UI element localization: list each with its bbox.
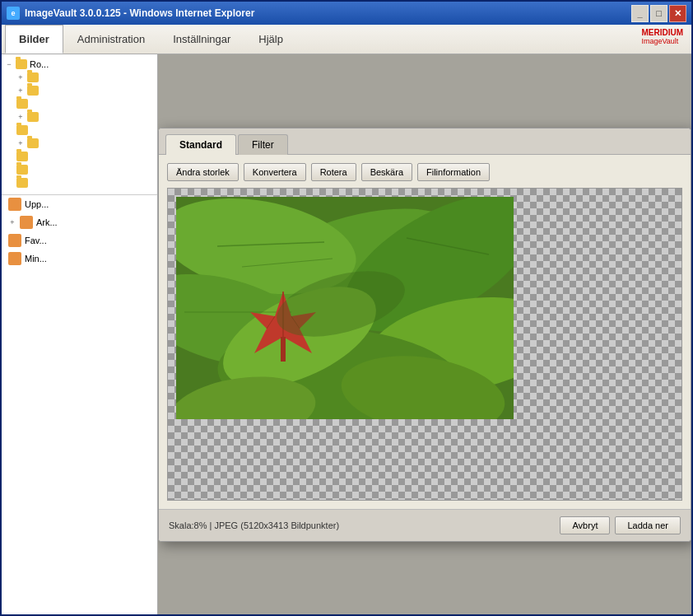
root-label: Ro... xyxy=(30,59,49,69)
list-item[interactable]: + xyxy=(2,137,157,150)
browser-window: e ImageVault 3.0.0.125 - Windows Interne… xyxy=(0,0,693,616)
collapse-arrow: − xyxy=(5,60,13,68)
tab-administration[interactable]: Administration xyxy=(63,25,159,54)
browser-icon: e xyxy=(7,7,20,20)
minimize-button[interactable]: _ xyxy=(631,5,649,22)
image-viewport xyxy=(167,188,682,501)
list-item[interactable]: + xyxy=(2,110,157,124)
image-info: Skala:8% | JPEG (5120x3413 Bildpunkter) xyxy=(169,520,339,530)
expand-arrow: + xyxy=(16,73,25,82)
folder-icon xyxy=(16,152,28,161)
list-item[interactable] xyxy=(2,124,157,137)
filinformation-button[interactable]: Filinformation xyxy=(417,163,490,181)
logo-name: MERIDIUM xyxy=(641,28,683,37)
folder-icon xyxy=(16,125,28,135)
dialog-tab-standard[interactable]: Standard xyxy=(165,134,236,155)
sidebar-item-arkiv[interactable]: + Ark... xyxy=(2,213,157,231)
dialog-footer: Skala:8% | JPEG (5120x3413 Bildpunkter) … xyxy=(159,509,691,541)
list-item[interactable]: + xyxy=(2,84,157,97)
special-icon xyxy=(8,198,21,211)
list-item[interactable]: + xyxy=(2,71,157,84)
dialog-tab-bar: Standard Filter xyxy=(159,128,691,155)
leaf-image xyxy=(176,197,514,419)
andra-storlek-button[interactable]: Ändra storlek xyxy=(167,163,239,181)
special-label: Min... xyxy=(25,254,47,264)
expand-arrow: + xyxy=(16,113,25,121)
folder-icon xyxy=(27,138,39,148)
konvertera-button[interactable]: Konvertera xyxy=(244,163,306,181)
menu-bar: Bilder Administration Inställningar Hjäl… xyxy=(2,25,691,54)
close-button[interactable]: ✕ xyxy=(669,5,686,22)
image-dialog: Standard Filter Ändra storlek Konvertera… xyxy=(158,128,691,542)
expand-arrow: + xyxy=(16,139,25,147)
sidebar-item-uppl[interactable]: Upp... xyxy=(2,195,157,213)
special-label: Ark... xyxy=(36,217,58,227)
logo: MERIDIUM ImageVault xyxy=(641,28,683,45)
tree-root[interactable]: − Ro... xyxy=(2,58,157,71)
dialog-overlay: Standard Filter Ändra storlek Konvertera… xyxy=(158,54,691,614)
window-title: ImageVault 3.0.0.125 - Windows Internet … xyxy=(25,7,631,19)
dialog-tab-filter[interactable]: Filter xyxy=(238,134,288,155)
logo-sub: ImageVault xyxy=(641,37,683,45)
content-area: OK OK AB Standard Filter Ändra storlek xyxy=(158,54,691,614)
footer-buttons: Avbryt Ladda ner xyxy=(560,516,681,534)
special-label: Fav... xyxy=(25,236,47,245)
dialog-body: Ändra storlek Konvertera Rotera Beskära … xyxy=(159,155,691,509)
folder-icon xyxy=(27,112,39,122)
sidebar: − Ro... + + + + xyxy=(2,54,158,614)
download-button[interactable]: Ladda ner xyxy=(615,516,681,534)
folder-icon xyxy=(16,165,28,175)
tab-hjalp[interactable]: Hjälp xyxy=(244,25,297,54)
folder-icon xyxy=(27,72,39,82)
folder-icon xyxy=(16,99,28,109)
list-item[interactable] xyxy=(2,163,157,176)
special-icon xyxy=(8,252,21,265)
special-icon xyxy=(8,234,21,247)
window-controls: _ □ ✕ xyxy=(631,5,686,22)
special-label: Upp... xyxy=(25,199,49,209)
svg-rect-13 xyxy=(281,337,286,362)
list-item[interactable] xyxy=(2,176,157,189)
tab-installningar[interactable]: Inställningar xyxy=(159,25,244,54)
special-icon xyxy=(20,216,33,229)
list-item[interactable] xyxy=(2,97,157,110)
expand-arrow: + xyxy=(16,86,25,95)
tab-bilder[interactable]: Bilder xyxy=(5,25,63,54)
rotera-button[interactable]: Rotera xyxy=(311,163,356,181)
expand-arrow: + xyxy=(8,218,16,226)
list-item[interactable] xyxy=(2,150,157,163)
tool-row: Ändra storlek Konvertera Rotera Beskära … xyxy=(167,163,682,181)
cancel-button[interactable]: Avbryt xyxy=(560,516,610,534)
main-area: − Ro... + + + + xyxy=(2,54,691,614)
root-folder-icon xyxy=(16,59,27,69)
maximize-button[interactable]: □ xyxy=(650,5,667,22)
sidebar-item-min[interactable]: Min... xyxy=(2,250,157,268)
beskara-button[interactable]: Beskära xyxy=(361,163,412,181)
sidebar-item-fav[interactable]: Fav... xyxy=(2,231,157,250)
folder-icon xyxy=(16,178,28,188)
title-bar: e ImageVault 3.0.0.125 - Windows Interne… xyxy=(2,2,691,25)
folder-icon xyxy=(27,86,39,96)
